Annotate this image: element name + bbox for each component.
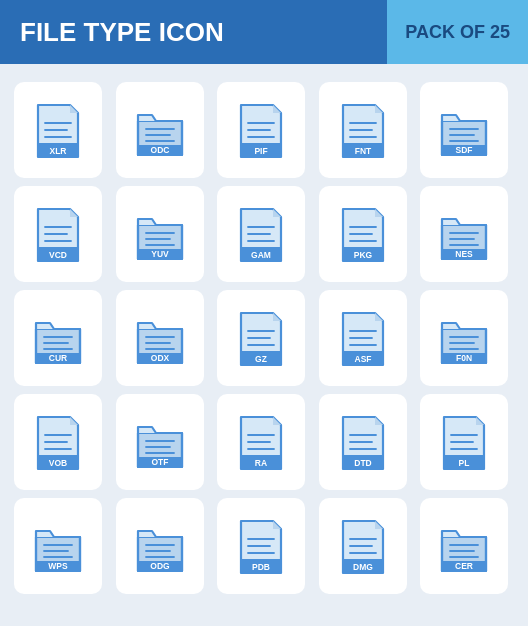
file-icon-pdb: PDB	[217, 498, 305, 594]
svg-text:PIF: PIF	[255, 146, 268, 156]
file-icon-cer: CER	[420, 498, 508, 594]
svg-text:ODG: ODG	[150, 561, 170, 571]
file-icon-vcd: VCD	[14, 186, 102, 282]
file-icon-fnt: FNT	[319, 82, 407, 178]
file-icon-cur: CUR	[14, 290, 102, 386]
svg-text:VOB: VOB	[49, 458, 67, 468]
file-icon-xlr: XLR	[14, 82, 102, 178]
file-icon-ra: RA	[217, 394, 305, 490]
svg-text:RA: RA	[255, 458, 267, 468]
svg-text:F0N: F0N	[456, 353, 472, 363]
svg-text:GAM: GAM	[251, 250, 271, 260]
file-icon-odx: ODX	[116, 290, 204, 386]
header: FILE TYPE ICON PACK OF 25	[0, 0, 528, 64]
svg-text:WPS: WPS	[48, 561, 68, 571]
header-pack: PACK OF 25	[387, 0, 528, 64]
svg-text:ODX: ODX	[150, 353, 169, 363]
svg-text:SDF: SDF	[456, 145, 473, 155]
file-icon-pif: PIF	[217, 82, 305, 178]
svg-text:DTD: DTD	[354, 458, 371, 468]
svg-text:OTF: OTF	[151, 457, 168, 467]
file-icon-wps: WPS	[14, 498, 102, 594]
file-icon-gam: GAM	[217, 186, 305, 282]
file-icon-odg: ODG	[116, 498, 204, 594]
file-icon-asf: ASF	[319, 290, 407, 386]
svg-text:ODC: ODC	[150, 145, 169, 155]
header-title: FILE TYPE ICON	[0, 0, 387, 64]
svg-text:NES: NES	[456, 249, 474, 259]
file-icon-dtd: DTD	[319, 394, 407, 490]
file-icon-vob: VOB	[14, 394, 102, 490]
svg-text:YUV: YUV	[151, 249, 169, 259]
svg-text:PDB: PDB	[252, 562, 270, 572]
file-icon-dmg: DMG	[319, 498, 407, 594]
svg-text:PL: PL	[459, 458, 470, 468]
svg-text:FNT: FNT	[355, 146, 372, 156]
file-icon-sdf: SDF	[420, 82, 508, 178]
icons-grid: XLR ODC PIF FNT	[0, 74, 528, 602]
svg-text:DMG: DMG	[353, 562, 373, 572]
svg-text:XLR: XLR	[50, 146, 67, 156]
file-icon-gz: GZ	[217, 290, 305, 386]
svg-text:CER: CER	[455, 561, 473, 571]
file-icon-odc: ODC	[116, 82, 204, 178]
svg-text:GZ: GZ	[255, 354, 267, 364]
file-icon-nes: NES	[420, 186, 508, 282]
file-icon-pl: PL	[420, 394, 508, 490]
svg-text:VCD: VCD	[49, 250, 67, 260]
svg-text:ASF: ASF	[354, 354, 371, 364]
svg-text:CUR: CUR	[49, 353, 67, 363]
svg-text:PKG: PKG	[354, 250, 373, 260]
file-icon-f0n: F0N	[420, 290, 508, 386]
file-icon-pkg: PKG	[319, 186, 407, 282]
file-icon-otf: OTF	[116, 394, 204, 490]
file-icon-yuv: YUV	[116, 186, 204, 282]
